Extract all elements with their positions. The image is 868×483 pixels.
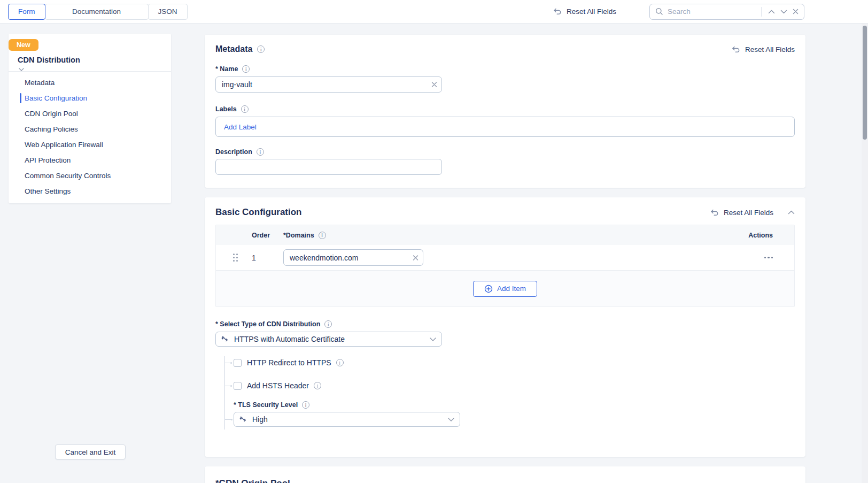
add-label-button[interactable]: Add Label — [224, 123, 257, 131]
info-icon[interactable]: i — [257, 45, 265, 53]
cancel-and-exit-button[interactable]: Cancel and Exit — [55, 444, 126, 459]
topbar: Form Documentation JSON Reset All Fields — [0, 0, 868, 24]
cdn-type-value: HTTPS with Automatic Certificate — [234, 335, 345, 343]
tab-json[interactable]: JSON — [148, 4, 188, 20]
scrollbar-thumb[interactable] — [863, 26, 867, 140]
domain-field-wrap — [283, 249, 423, 266]
reset-icon — [553, 7, 562, 16]
metadata-section-card: Metadata i Reset All Fields * Name i Lab… — [205, 35, 805, 188]
tab-documentation[interactable]: Documentation — [45, 4, 149, 20]
search-input[interactable] — [668, 7, 761, 16]
sidebar-nav: Metadata Basic Configuration CDN Origin … — [9, 75, 171, 199]
description-field-label: Description i — [215, 148, 795, 156]
new-badge: New — [9, 39, 38, 51]
tls-select[interactable]: High — [234, 412, 460, 427]
active-indicator-bar — [20, 93, 21, 103]
name-field-label: * Name i — [215, 65, 795, 73]
domain-table-row: 1 — [216, 245, 794, 271]
labels-field-label: Labels i — [215, 105, 795, 113]
hsts-row: Add HSTS Header i — [234, 379, 795, 392]
sidebar-item-caching-policies[interactable]: Caching Policies — [9, 121, 171, 137]
reset-all-fields-label: Reset All Fields — [567, 7, 616, 16]
chevron-down-icon — [448, 418, 454, 421]
info-icon[interactable]: i — [319, 232, 326, 239]
domains-table-header: Order *Domains i Actions — [216, 225, 794, 245]
search-next-chevron-down-icon[interactable] — [780, 10, 787, 14]
section-collapse-chevron-up-icon[interactable] — [788, 210, 795, 214]
sidebar-item-api-protection[interactable]: API Protection — [9, 152, 171, 168]
form-navigator-sidebar: New CDN Distribution Metadata Basic Conf… — [9, 34, 171, 203]
chevron-down-icon — [430, 338, 436, 341]
reset-icon — [732, 45, 741, 53]
cdn-type-select[interactable]: HTTPS with Automatic Certificate — [215, 332, 442, 347]
branch-icon — [221, 335, 229, 343]
basic-configuration-section-card: Basic Configuration Reset All Fields Ord… — [205, 197, 805, 457]
sidebar-item-web-application-firewall[interactable]: Web Application Firewall — [9, 137, 171, 152]
reset-icon — [710, 209, 719, 217]
http-redirect-row: HTTP Redirect to HTTPS i — [234, 356, 795, 369]
sidebar-title: CDN Distribution — [18, 56, 171, 64]
cdn-type-field-label: * Select Type of CDN Distribution i — [215, 320, 795, 328]
description-field-wrap — [215, 159, 442, 175]
page-scrollbar[interactable] — [862, 24, 868, 483]
search-close-icon[interactable] — [793, 9, 799, 14]
search-divider — [761, 7, 762, 17]
add-item-row: Add Item — [216, 271, 794, 306]
http-redirect-checkbox[interactable] — [234, 359, 242, 367]
collapse-chevron-down-icon[interactable] — [17, 68, 26, 71]
row-order-number: 1 — [252, 254, 256, 262]
domains-table: Order *Domains i Actions 1 — [215, 225, 795, 307]
info-icon[interactable]: i — [241, 105, 249, 113]
sidebar-item-cdn-origin-pool[interactable]: CDN Origin Pool — [9, 106, 171, 121]
hsts-label: Add HSTS Header i — [247, 381, 321, 390]
cdn-origin-pool-section-title: *CDN Origin Pool — [215, 478, 795, 483]
metadata-section-title: Metadata i — [215, 44, 265, 54]
sidebar-item-metadata[interactable]: Metadata — [9, 75, 171, 90]
http-redirect-label: HTTP Redirect to HTTPS i — [247, 358, 344, 367]
add-circle-icon — [484, 285, 493, 293]
sidebar-item-basic-configuration[interactable]: Basic Configuration — [9, 90, 171, 106]
row-more-actions-icon[interactable] — [764, 257, 773, 259]
clear-domain-close-icon[interactable] — [413, 255, 418, 260]
tab-form[interactable]: Form — [8, 4, 45, 20]
reset-all-fields-button[interactable]: Reset All Fields — [553, 7, 616, 16]
cdn-origin-pool-section-card: *CDN Origin Pool — [205, 466, 805, 483]
actions-column-header: Actions — [748, 232, 773, 239]
search-icon — [655, 7, 663, 16]
info-icon[interactable]: i — [257, 148, 264, 156]
sidebar-item-common-security-controls[interactable]: Common Security Controls — [9, 168, 171, 183]
sidebar-divider — [9, 71, 171, 72]
domains-column-header: *Domains i — [283, 232, 326, 239]
basic-config-reset-all-fields-button[interactable]: Reset All Fields — [710, 209, 773, 217]
metadata-reset-all-fields-button[interactable]: Reset All Fields — [732, 45, 795, 53]
info-icon[interactable]: i — [302, 401, 309, 409]
tls-value: High — [252, 415, 268, 424]
hsts-checkbox[interactable] — [234, 382, 242, 390]
order-column-header: Order — [252, 232, 270, 239]
clear-name-close-icon[interactable] — [431, 82, 437, 88]
info-icon[interactable]: i — [242, 65, 250, 73]
labels-box: Add Label — [215, 117, 795, 137]
drag-handle-icon[interactable] — [233, 254, 238, 262]
tree-vertical-line — [224, 356, 225, 430]
description-input[interactable] — [215, 159, 442, 175]
info-icon[interactable]: i — [336, 359, 344, 366]
name-field-wrap — [215, 76, 442, 93]
search-box — [649, 4, 804, 20]
basic-configuration-section-title: Basic Configuration — [215, 207, 302, 218]
name-input[interactable] — [215, 76, 442, 93]
view-tabs: Form Documentation JSON — [9, 4, 188, 20]
add-item-button[interactable]: Add Item — [473, 281, 537, 297]
sidebar-item-other-settings[interactable]: Other Settings — [9, 183, 171, 199]
domain-input[interactable] — [283, 249, 423, 266]
main-form-area: Metadata i Reset All Fields * Name i Lab… — [205, 35, 805, 483]
info-icon[interactable]: i — [314, 382, 321, 389]
info-icon[interactable]: i — [324, 320, 332, 328]
search-prev-chevron-up-icon[interactable] — [768, 10, 775, 14]
cdn-type-dependent-fields: HTTP Redirect to HTTPS i Add HSTS Header… — [224, 356, 795, 427]
branch-icon — [239, 416, 247, 423]
tls-field-label: * TLS Security Level i — [234, 401, 795, 409]
